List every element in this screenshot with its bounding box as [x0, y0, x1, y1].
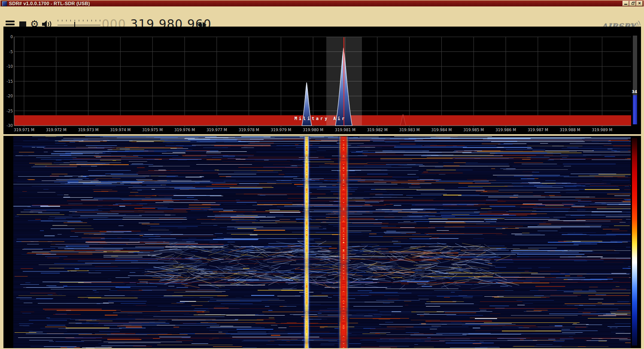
- frequency-axis-label: 319.972 M: [43, 128, 70, 132]
- band-plan-label: Military Air: [295, 116, 346, 121]
- waterfall-display[interactable]: [13, 136, 631, 348]
- frequency-axis-label: 319.984 M: [428, 128, 455, 132]
- frequency-axis-label: 319.987 M: [524, 128, 552, 132]
- frequency-axis-label: 319.983 M: [396, 128, 423, 132]
- snr-value: 34: [628, 90, 637, 94]
- db-axis-label: 0: [1, 35, 13, 39]
- frequency-axis-label: 319.988 M: [556, 128, 584, 132]
- frequency-axis-label: 319.986 M: [492, 128, 519, 132]
- frequency-axis-label: 319.985 M: [460, 128, 487, 132]
- db-axis-label: -15: [1, 79, 13, 84]
- snr-meter-fill: [633, 95, 637, 124]
- frequency-axis-label: 319.976 M: [171, 128, 198, 132]
- sdr-sharp-window: SDR# v1.0.0.1700 - RTL-SDR (USB) × ⚙: [0, 0, 644, 349]
- panel-splitter[interactable]: [3, 134, 641, 136]
- frequency-axis-label: 319.989 M: [588, 128, 616, 132]
- frequency-axis-label: 319.971 M: [10, 128, 38, 132]
- waterfall-color-legend: [632, 138, 637, 346]
- db-axis-label: -5: [1, 50, 13, 54]
- db-axis-label: -20: [1, 94, 13, 98]
- frequency-axis-label: 319.981 M: [331, 128, 359, 132]
- frequency-axis-label: 319.975 M: [139, 128, 166, 132]
- frequency-axis-label: 319.974 M: [106, 128, 134, 132]
- frequency-axis-label: 319.973 M: [75, 128, 102, 132]
- db-axis-label: -30: [1, 123, 13, 128]
- frequency-axis-label: 319.977 M: [203, 128, 231, 132]
- frequency-axis-label: 319.980 M: [299, 128, 327, 132]
- frequency-axis-label: 319.979 M: [267, 128, 295, 132]
- db-axis-label: -10: [1, 64, 13, 69]
- db-axis-label: -25: [1, 109, 13, 113]
- frequency-axis-label: 319.978 M: [235, 128, 263, 132]
- frequency-axis-label: 319.982 M: [364, 128, 391, 132]
